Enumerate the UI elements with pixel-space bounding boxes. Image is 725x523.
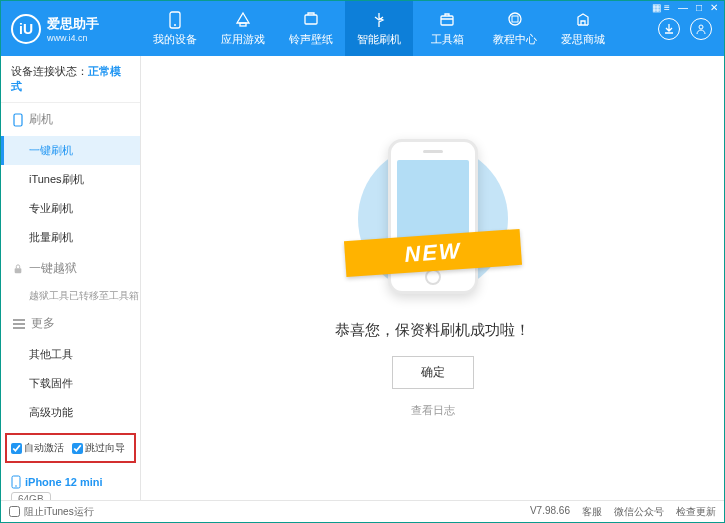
nav-工具箱[interactable]: 工具箱 (413, 1, 481, 56)
section-刷机[interactable]: 刷机 (1, 103, 140, 136)
nav-智能刷机[interactable]: 智能刷机 (345, 1, 413, 56)
auto-activate-checkbox[interactable]: 自动激活 (11, 441, 64, 455)
sidebar-item-一键刷机[interactable]: 一键刷机 (1, 136, 140, 165)
block-itunes-checkbox[interactable]: 阻止iTunes运行 (9, 505, 94, 519)
app-title: 爱思助手 (47, 15, 99, 33)
app-logo: iU 爱思助手 www.i4.cn (1, 14, 141, 44)
maximize-icon[interactable]: □ (693, 2, 705, 13)
device-info: iPhone 12 mini 64GB Down-12mini-13,1 (1, 469, 140, 500)
svg-point-7 (699, 25, 703, 29)
svg-point-5 (509, 13, 521, 25)
svg-rect-4 (441, 16, 453, 25)
sidebar-item-批量刷机[interactable]: 批量刷机 (1, 223, 140, 252)
menu-icon[interactable]: ▦ ≡ (649, 2, 673, 13)
service-link[interactable]: 客服 (582, 505, 602, 519)
wechat-link[interactable]: 微信公众号 (614, 505, 664, 519)
app-subtitle: www.i4.cn (47, 33, 99, 43)
view-log-link[interactable]: 查看日志 (411, 403, 455, 418)
sidebar-item-高级功能[interactable]: 高级功能 (1, 398, 140, 427)
app-header: ▦ ≡ — □ ✕ iU 爱思助手 www.i4.cn 我的设备应用游戏铃声壁纸… (1, 1, 724, 56)
svg-rect-9 (15, 268, 22, 273)
sidebar-item-其他工具[interactable]: 其他工具 (1, 340, 140, 369)
nav-爱思商城[interactable]: 爱思商城 (549, 1, 617, 56)
svg-point-1 (174, 24, 176, 26)
version-label: V7.98.66 (530, 505, 570, 519)
nav-我的设备[interactable]: 我的设备 (141, 1, 209, 56)
main-content: NEW 恭喜您，保资料刷机成功啦！ 确定 查看日志 (141, 56, 724, 500)
nav-教程中心[interactable]: 教程中心 (481, 1, 549, 56)
minimize-icon[interactable]: — (675, 2, 691, 13)
logo-icon: iU (11, 14, 41, 44)
close-icon[interactable]: ✕ (707, 2, 721, 13)
status-bar: 阻止iTunes运行 V7.98.66 客服 微信公众号 检查更新 (1, 500, 724, 522)
device-name[interactable]: iPhone 12 mini (11, 475, 130, 489)
update-link[interactable]: 检查更新 (676, 505, 716, 519)
svg-rect-2 (240, 23, 246, 26)
success-message: 恭喜您，保资料刷机成功啦！ (335, 321, 530, 340)
user-button[interactable] (690, 18, 712, 40)
options-highlight: 自动激活 跳过向导 (5, 433, 136, 463)
sidebar-item-专业刷机[interactable]: 专业刷机 (1, 194, 140, 223)
section-更多[interactable]: 更多 (1, 307, 140, 340)
svg-rect-3 (305, 15, 317, 24)
connection-status: 设备连接状态：正常模式 (1, 56, 140, 103)
sidebar-item-iTunes刷机[interactable]: iTunes刷机 (1, 165, 140, 194)
section-note: 越狱工具已转移至工具箱 (1, 285, 140, 307)
skip-guide-checkbox[interactable]: 跳过向导 (72, 441, 125, 455)
device-storage: 64GB (11, 492, 51, 500)
sidebar: 设备连接状态：正常模式 刷机一键刷机iTunes刷机专业刷机批量刷机一键越狱越狱… (1, 56, 141, 500)
sidebar-item-下载固件[interactable]: 下载固件 (1, 369, 140, 398)
svg-rect-8 (14, 114, 22, 126)
section-一键越狱[interactable]: 一键越狱 (1, 252, 140, 285)
success-illustration: NEW (363, 139, 503, 299)
download-button[interactable] (658, 18, 680, 40)
ok-button[interactable]: 确定 (392, 356, 474, 389)
svg-rect-6 (512, 16, 518, 22)
header-actions (658, 18, 724, 40)
window-controls: ▦ ≡ — □ ✕ (645, 0, 725, 15)
svg-point-11 (15, 485, 17, 487)
main-nav: 我的设备应用游戏铃声壁纸智能刷机工具箱教程中心爱思商城 (141, 1, 658, 56)
nav-应用游戏[interactable]: 应用游戏 (209, 1, 277, 56)
nav-铃声壁纸[interactable]: 铃声壁纸 (277, 1, 345, 56)
